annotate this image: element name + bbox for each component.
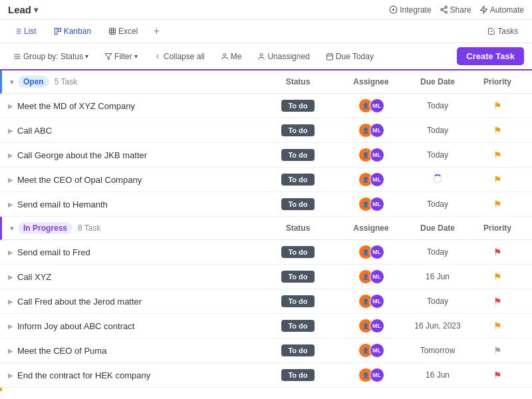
task-status-cell: To do (258, 369, 338, 381)
share-action[interactable]: Share (440, 5, 471, 15)
create-task-button[interactable]: Create Task (457, 47, 524, 65)
task-status-cell: To do (258, 198, 338, 210)
task-name: ▶ Meet the CEO of Puma (8, 346, 258, 356)
priority-flag-icon: ⚑ (493, 247, 502, 257)
task-expand-icon[interactable]: ▶ (8, 347, 13, 354)
svg-rect-17 (110, 29, 116, 35)
task-expand-icon[interactable]: ▶ (8, 127, 13, 134)
col-assignee-open: Assignee (338, 77, 404, 86)
top-bar: Lead ▾ Integrate Share Automate (0, 0, 532, 20)
svg-rect-28 (327, 54, 332, 60)
task-title: Meet the MD of XYZ Company (17, 101, 135, 111)
status-badge[interactable]: To do (281, 369, 314, 381)
priority-flag-icon: ⚑ (493, 100, 502, 111)
automate-action[interactable]: Automate (479, 5, 524, 15)
view-toolbar: List Kanban Excel + Tasks (0, 20, 532, 43)
task-row[interactable]: ▶ Call ABC To do 👤 ML Today ⚑ (0, 118, 532, 143)
task-row[interactable]: ▶ Meet the CEO of Puma To do 👤 ML Tomorr… (0, 338, 532, 363)
me-icon (221, 53, 229, 61)
group-by-filter[interactable]: Group by: Status ▾ (8, 50, 94, 63)
kanban-icon (54, 27, 62, 35)
task-row[interactable]: ▶ End the contract for HEK company To do… (0, 363, 532, 388)
task-status-cell: To do (258, 295, 338, 307)
excel-view-btn[interactable]: Excel (102, 24, 144, 39)
kanban-view-btn[interactable]: Kanban (48, 24, 97, 39)
unassigned-icon (257, 53, 265, 61)
task-status-cell: To do (258, 124, 338, 136)
col-duedate-in-progress: Due Date (404, 223, 471, 233)
avatar-2: ML (370, 319, 384, 333)
task-expand-icon[interactable]: ▶ (8, 323, 13, 330)
section-toggle-in-progress[interactable]: ▾ (10, 224, 14, 233)
section-count-open: 5 Task (55, 77, 77, 86)
group-icon (13, 53, 21, 61)
task-expand-icon[interactable]: ▶ (8, 273, 13, 281)
add-view-btn[interactable]: + (149, 24, 164, 39)
status-badge[interactable]: To do (281, 149, 314, 161)
integrate-action[interactable]: Integrate (389, 5, 431, 15)
task-expand-icon[interactable]: ▶ (8, 176, 13, 184)
task-row[interactable]: ▶ Call George about the JKB matter To do… (0, 143, 532, 168)
list-view-btn[interactable]: List (8, 24, 43, 39)
status-badge[interactable]: To do (281, 344, 314, 356)
avatar-2: ML (370, 343, 384, 358)
tasks-icon (487, 27, 495, 35)
task-assignee-cell: 👤 ML (338, 245, 404, 259)
tasks-btn[interactable]: Tasks (481, 24, 524, 39)
section-toggle-open[interactable]: ▾ (10, 78, 14, 86)
task-row[interactable]: ▶ Call Fred about the Jerod matter To do… (0, 289, 532, 314)
task-expand-icon[interactable]: ▶ (8, 298, 13, 305)
status-badge[interactable]: To do (281, 124, 314, 136)
task-row[interactable]: ▶ Inform Joy about ABC contract To do 👤 … (0, 314, 532, 338)
status-badge[interactable]: To do (281, 198, 314, 210)
filter-btn[interactable]: Filter ▾ (99, 50, 143, 63)
task-row[interactable]: ▶ Call XYZ To do 👤 ML 16 Jun ⚑ (0, 265, 532, 289)
due-today-filter[interactable]: Due Today (321, 50, 379, 63)
task-due-date: Tomorrow (404, 346, 471, 355)
task-priority-cell: ⚑ (471, 271, 524, 282)
app-title: Lead (8, 4, 31, 15)
task-expand-icon[interactable]: ▶ (8, 372, 13, 379)
me-filter[interactable]: Me (215, 50, 247, 63)
avatar-2: ML (370, 294, 384, 309)
task-expand-icon[interactable]: ▶ (8, 201, 13, 208)
status-badge[interactable]: To do (281, 295, 314, 307)
task-expand-icon[interactable]: ▶ (8, 249, 13, 256)
svg-line-7 (442, 8, 445, 9)
task-row[interactable]: ▶ Meet the CEO of Opal Company To do 👤 M… (0, 168, 532, 192)
task-expand-icon[interactable]: ▶ (8, 102, 13, 110)
col-priority-in-progress: Priority (471, 223, 524, 233)
svg-point-4 (440, 9, 442, 11)
task-row[interactable]: ▶ Meet the MD of XYZ Company To do 👤 ML … (0, 94, 532, 118)
task-status-cell: To do (258, 320, 338, 332)
task-name: ▶ Send email to Fred (8, 247, 258, 257)
status-badge[interactable]: To do (281, 174, 314, 186)
collapse-all-btn[interactable]: Collapse all (148, 50, 210, 63)
status-badge[interactable]: To do (281, 320, 314, 332)
task-status-cell: To do (258, 100, 338, 112)
avatar-2: ML (370, 123, 384, 138)
integrate-icon (389, 5, 398, 14)
unassigned-filter[interactable]: Unassigned (252, 50, 315, 63)
task-name: ▶ Meet the CEO of Opal Company (8, 175, 258, 185)
status-badge[interactable]: To do (281, 100, 314, 112)
task-title: Meet the CEO of Puma (17, 346, 106, 356)
task-row[interactable]: ▶ Send email to Fred To do 👤 ML Today ⚑ (0, 240, 532, 265)
status-badge[interactable]: To do (281, 246, 314, 258)
task-name: ▶ Call Fred about the Jerod matter (8, 297, 258, 307)
task-title: End the contract for HEK company (17, 370, 150, 380)
section-label-open: Open (18, 76, 49, 88)
task-assignee-cell: 👤 ML (338, 269, 404, 284)
task-title: Send email to Hemanth (17, 200, 108, 209)
filter-options: Group by: Status ▾ Filter ▾ Collapse all… (8, 50, 379, 63)
task-name: ▶ Call George about the JKB matter (8, 150, 258, 160)
svg-marker-25 (105, 53, 112, 59)
status-badge[interactable]: To do (281, 271, 314, 283)
task-assignee-cell: 👤 ML (338, 197, 404, 211)
task-expand-icon[interactable]: ▶ (8, 152, 13, 159)
section-header-on-hold: ▾ On Hold 11 Task Status Assignee Due Da… (0, 388, 532, 391)
col-duedate-open: Due Date (404, 77, 471, 86)
task-assignee-cell: 👤 ML (338, 319, 404, 333)
title-dropdown-icon[interactable]: ▾ (34, 5, 38, 15)
task-row[interactable]: ▶ Send email to Hemanth To do 👤 ML Today… (0, 192, 532, 217)
